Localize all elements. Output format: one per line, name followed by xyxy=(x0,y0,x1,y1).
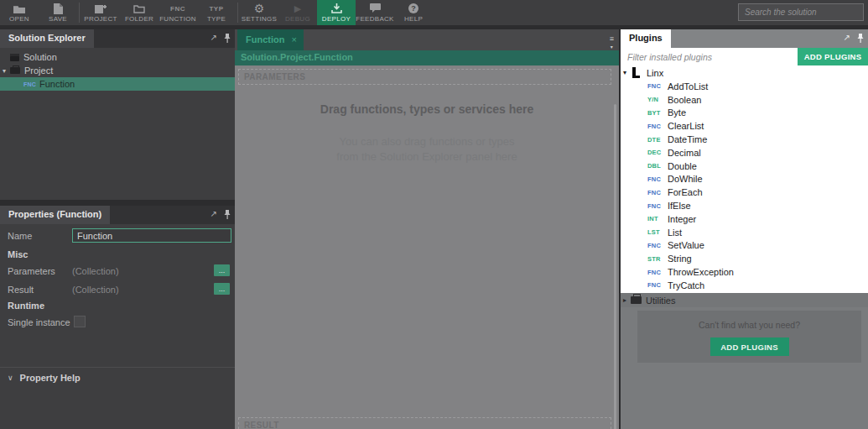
property-help-toggle[interactable]: ∨ Property Help xyxy=(8,373,81,383)
editor-tab-strip: Function× ≡▾ xyxy=(235,29,619,50)
tree-item-label: Project xyxy=(24,65,53,76)
save-button[interactable]: SAVE xyxy=(39,0,77,25)
caret-down-icon[interactable]: ▾ xyxy=(0,67,8,75)
save-label: SAVE xyxy=(49,15,67,23)
plugin-item-datetime[interactable]: DTEDateTime xyxy=(621,133,868,146)
plugin-item-label: Double xyxy=(668,161,697,171)
search-input[interactable] xyxy=(738,3,864,21)
plugin-item-label: DateTime xyxy=(668,134,707,144)
add-plugins-footer-button[interactable]: ADD PLUGINS xyxy=(710,337,789,356)
pin-icon[interactable] xyxy=(224,210,231,219)
plugin-item-throwexception[interactable]: FNCThrowException xyxy=(621,265,868,279)
tab-function[interactable]: Function× xyxy=(237,29,304,50)
plugin-item-label: Byte xyxy=(668,107,686,118)
add-plugins-button[interactable]: ADD PLUGINS xyxy=(798,48,868,65)
fnc-badge-icon: FNC xyxy=(647,189,668,196)
function-canvas[interactable]: PARAMETERS Drag functions, types or serv… xyxy=(235,65,619,429)
pin-icon[interactable] xyxy=(224,34,231,43)
plugins-root-linx[interactable]: ▾ Linx xyxy=(621,65,868,80)
caret-down-icon[interactable]: ▾ xyxy=(621,69,629,76)
plugin-item-trycatch[interactable]: FNCTryCatch xyxy=(621,279,868,292)
fnc-badge-icon: FNC xyxy=(647,281,668,289)
plugin-item-byte[interactable]: BYTByte xyxy=(621,107,868,120)
pin-icon[interactable] xyxy=(857,34,864,43)
plugin-item-label: DoWhile xyxy=(668,174,703,184)
type-badge-icon: LST xyxy=(647,228,668,236)
tab-list-icon[interactable]: ≡▾ xyxy=(610,35,614,51)
folder-button[interactable]: FOLDER xyxy=(120,0,159,25)
properties-tab[interactable]: Properties (Function) xyxy=(0,206,110,224)
toolbar-separator xyxy=(237,3,238,23)
feedback-label: FEEDBACK xyxy=(356,15,394,23)
plugin-item-string[interactable]: STRString xyxy=(621,252,868,265)
type-badge-icon: DBL xyxy=(647,162,668,170)
parameters-label: Parameters xyxy=(8,266,55,276)
solution-explorer-header: Solution Explorer ↗ xyxy=(0,29,235,48)
gear-icon: ⚙ xyxy=(254,3,265,14)
plugins-tab[interactable]: Plugins xyxy=(621,29,671,48)
solution-tree: Solution ▾ Project FNC Function xyxy=(0,48,235,91)
function-button[interactable]: FNC FUNCTION xyxy=(159,0,197,25)
single-instance-checkbox[interactable] xyxy=(74,316,86,327)
feedback-button[interactable]: FEEDBACK xyxy=(356,0,394,25)
plugin-item-ifelse[interactable]: FNCIfElse xyxy=(621,199,868,212)
undock-icon[interactable]: ↗ xyxy=(844,33,850,43)
plugin-item-clearlist[interactable]: FNCClearList xyxy=(621,119,868,133)
result-property-row: Result (Collection) ... xyxy=(0,283,235,298)
debug-button[interactable]: ▶ DEBUG xyxy=(278,0,317,25)
plugin-item-decimal[interactable]: DECDecimal xyxy=(621,146,868,160)
project-button[interactable]: PROJECT xyxy=(81,0,120,25)
undock-icon[interactable]: ↗ xyxy=(211,33,217,43)
plugin-item-label: ClearList xyxy=(668,121,704,131)
type-badge-icon: DEC xyxy=(647,149,668,156)
new-project-icon xyxy=(95,3,107,14)
plugins-header: Plugins ↗ xyxy=(621,29,868,48)
fnc-badge-icon: FNC xyxy=(647,242,668,249)
plugin-item-boolean[interactable]: Y/NBoolean xyxy=(621,93,868,107)
breadcrumb: Solution.Project.Function xyxy=(235,50,619,65)
tree-item-function[interactable]: FNC Function xyxy=(0,77,235,91)
vertical-scrollbar[interactable] xyxy=(614,104,616,429)
fnc-badge-icon: FNC xyxy=(647,175,668,183)
speech-bubble-icon xyxy=(370,3,381,14)
parameters-ellipsis-button[interactable]: ... xyxy=(214,264,230,276)
plugins-root-utilities[interactable]: ▸ Utilities xyxy=(621,293,868,307)
divider xyxy=(0,367,235,368)
settings-button[interactable]: ⚙ SETTINGS xyxy=(240,0,278,25)
fnc-badge-icon: FNC xyxy=(647,123,668,130)
filter-plugins-input[interactable] xyxy=(621,48,797,65)
plugin-item-setvalue[interactable]: FNCSetValue xyxy=(621,239,868,253)
result-ellipsis-button[interactable]: ... xyxy=(214,283,230,295)
function-editor: Function× ≡▾ Solution.Project.Function P… xyxy=(235,29,619,429)
drag-hint: Drag functions, types or services here Y… xyxy=(235,102,619,165)
undock-icon[interactable]: ↗ xyxy=(211,209,217,219)
plugin-item-dowhile[interactable]: FNCDoWhile xyxy=(621,173,868,186)
close-icon[interactable]: × xyxy=(291,34,296,44)
plugin-item-label: Boolean xyxy=(668,95,701,105)
name-input[interactable] xyxy=(72,228,231,243)
plugin-item-list[interactable]: LSTList xyxy=(621,226,868,239)
type-button[interactable]: TYP TYPE xyxy=(197,0,236,25)
fnc-badge-icon: FNC xyxy=(647,82,668,90)
plugins-tree: ▾ Linx FNCAddToList Y/NBoolean BYTByte F… xyxy=(621,65,868,293)
tree-item-solution[interactable]: Solution xyxy=(0,50,235,64)
plugin-item-label: SetValue xyxy=(668,240,704,250)
parameters-zone[interactable]: PARAMETERS xyxy=(238,69,611,85)
tree-item-project[interactable]: ▾ Project xyxy=(0,64,235,77)
plugin-item-double[interactable]: DBLDouble xyxy=(621,160,868,173)
caret-right-icon[interactable]: ▸ xyxy=(621,296,629,304)
linx-logo-icon xyxy=(632,67,642,78)
deploy-button[interactable]: DEPLOY xyxy=(317,0,356,25)
plugin-item-integer[interactable]: INTInteger xyxy=(621,212,868,226)
type-badge-icon: BYT xyxy=(647,109,668,117)
plugin-item-foreach[interactable]: FNCForEach xyxy=(621,186,868,199)
open-label: OPEN xyxy=(9,15,29,23)
open-button[interactable]: OPEN xyxy=(0,0,39,25)
solution-explorer-tab[interactable]: Solution Explorer xyxy=(0,29,94,48)
help-button[interactable]: ? HELP xyxy=(394,0,433,25)
plugin-item-addtolist[interactable]: FNCAddToList xyxy=(621,80,868,93)
plugin-item-label: Integer xyxy=(668,214,696,224)
deploy-label: DEPLOY xyxy=(322,15,351,23)
result-zone[interactable]: RESULT xyxy=(238,417,611,429)
deploy-icon xyxy=(331,3,342,14)
